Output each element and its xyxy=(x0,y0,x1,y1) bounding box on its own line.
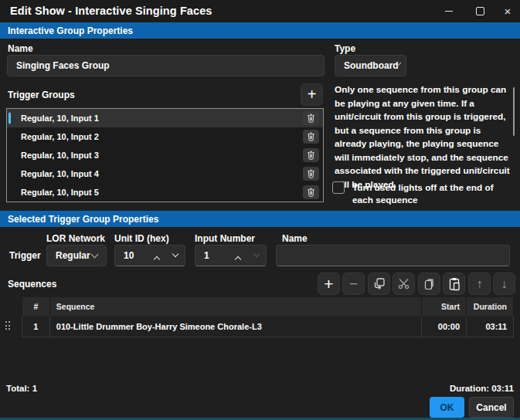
input-number-decrement-icon[interactable] xyxy=(253,251,260,257)
trash-icon xyxy=(307,113,315,123)
input-number-label: Input Number xyxy=(195,233,255,244)
trigger-group-item[interactable]: Regular, 10, Input 4 xyxy=(7,164,323,183)
duration-total-label: Duration: 03:11 xyxy=(450,384,514,393)
ok-button-label: OK xyxy=(440,402,454,413)
group-name-value: Singing Faces Group xyxy=(16,60,110,71)
row-drag-handle-icon[interactable] xyxy=(5,321,12,332)
ok-button[interactable]: OK xyxy=(430,397,464,418)
maximize-button[interactable] xyxy=(464,0,495,22)
scissors-icon xyxy=(398,278,410,290)
minimize-icon xyxy=(445,11,453,12)
paste-sequence-button[interactable] xyxy=(443,273,465,295)
maximize-icon xyxy=(476,7,484,15)
trash-icon xyxy=(307,151,315,160)
column-header-number: # xyxy=(22,297,49,316)
cut-sequence-button[interactable] xyxy=(393,273,415,295)
input-number-stepper[interactable]: 1 xyxy=(195,245,267,266)
trigger-name-input[interactable] xyxy=(276,245,510,266)
sequence-start: 00:00 xyxy=(421,316,466,337)
column-header-start: Start xyxy=(421,297,466,316)
close-icon: × xyxy=(505,5,512,17)
selection-accent-bar xyxy=(8,113,11,124)
trigger-group-item[interactable]: Regular, 10, Input 2 xyxy=(7,127,323,146)
group-name-input[interactable]: Singing Faces Group xyxy=(7,55,325,76)
trash-icon xyxy=(307,188,315,197)
trigger-name-label: Name xyxy=(282,233,308,244)
total-label: Total: 1 xyxy=(6,384,37,393)
trigger-group-item[interactable]: Regular, 10, Input 5 xyxy=(7,183,323,202)
trigger-groups-label: Trigger Groups xyxy=(8,90,75,100)
lights-off-checkbox[interactable] xyxy=(332,181,345,194)
sequence-table-row[interactable]: 1 010-Little Drummer Boy-Harry Simeone C… xyxy=(22,316,514,337)
trigger-group-label: Regular, 10, Input 1 xyxy=(21,113,99,123)
unit-id-decrement-icon[interactable] xyxy=(172,251,178,257)
lor-network-dropdown[interactable]: Regular xyxy=(46,245,107,266)
chevron-down-icon xyxy=(91,251,99,259)
minimize-button[interactable] xyxy=(433,0,464,22)
group-info-text: Only one sequence from this group can be… xyxy=(335,83,512,191)
trigger-group-label: Regular, 10, Input 3 xyxy=(21,151,99,160)
paste-icon xyxy=(448,277,461,291)
name-label: Name xyxy=(8,43,33,54)
title-bar: Edit Show - Interactive Singing Faces × xyxy=(0,0,520,22)
plus-icon: + xyxy=(324,275,333,293)
arrow-up-icon: ↑ xyxy=(477,277,483,291)
trigger-group-label: Regular, 10, Input 5 xyxy=(21,188,99,197)
selected-trigger-header-label: Selected Trigger Group Properties xyxy=(8,214,158,225)
trigger-group-item[interactable]: Regular, 10, Input 1 xyxy=(7,109,323,127)
trigger-group-item[interactable]: Regular, 10, Input 3 xyxy=(7,146,323,164)
group-properties-header: Interactive Group Properties xyxy=(0,22,520,39)
cancel-button-label: Cancel xyxy=(476,402,506,413)
cancel-button[interactable]: Cancel xyxy=(469,397,514,418)
copy-icon xyxy=(423,278,435,290)
arrow-down-icon: ↓ xyxy=(501,277,508,291)
remove-sequence-button[interactable]: − xyxy=(342,273,365,295)
add-trigger-group-button[interactable]: + xyxy=(301,83,323,106)
duplicate-icon xyxy=(372,277,386,290)
sequence-number: 1 xyxy=(22,316,49,337)
minus-icon: − xyxy=(349,276,358,293)
delete-trigger-group-button[interactable] xyxy=(303,148,319,162)
sequence-name: 010-Little Drummer Boy-Harry Simeone Cho… xyxy=(49,316,421,337)
duplicate-sequence-button[interactable] xyxy=(368,273,390,295)
trigger-group-label: Regular, 10, Input 4 xyxy=(21,169,99,178)
trigger-group-label: Regular, 10, Input 2 xyxy=(21,132,99,141)
sequence-duration: 03:11 xyxy=(466,316,514,337)
move-sequence-up-button[interactable]: ↑ xyxy=(468,273,491,295)
unit-id-value: 10 xyxy=(124,250,134,261)
delete-trigger-group-button[interactable] xyxy=(303,130,319,144)
column-header-sequence: Sequence xyxy=(49,297,421,316)
selected-trigger-header: Selected Trigger Group Properties xyxy=(0,211,520,227)
delete-trigger-group-button[interactable] xyxy=(303,185,319,199)
trigger-groups-list: Regular, 10, Input 1 Regular, 10, Input … xyxy=(6,108,324,202)
unit-id-label: Unit ID (hex) xyxy=(114,233,169,244)
lor-network-value: Regular xyxy=(56,250,90,261)
info-scrollbar[interactable] xyxy=(513,87,515,136)
unit-id-increment-icon[interactable] xyxy=(154,256,160,262)
move-sequence-down-button[interactable]: ↓ xyxy=(493,273,515,295)
edit-show-dialog: Edit Show - Interactive Singing Faces × … xyxy=(0,0,520,420)
unit-id-stepper[interactable]: 10 xyxy=(114,245,185,266)
type-label: Type xyxy=(335,43,355,54)
trash-icon xyxy=(307,132,315,141)
lights-off-checkbox-label[interactable]: Turn used lights off at the end of each … xyxy=(352,181,513,206)
column-header-duration: Duration xyxy=(466,297,514,316)
input-number-increment-icon[interactable] xyxy=(235,256,241,262)
window-title: Edit Show - Interactive Singing Faces xyxy=(10,5,212,17)
type-value: Soundboard xyxy=(344,60,399,71)
trash-icon xyxy=(307,169,315,178)
input-number-value: 1 xyxy=(204,250,209,261)
sequences-table-header: # Sequence Start Duration xyxy=(22,297,514,316)
sequences-label: Sequences xyxy=(8,279,56,290)
trigger-row-label: Trigger xyxy=(9,250,41,261)
lor-network-label: LOR Network xyxy=(46,233,105,244)
add-sequence-button[interactable]: + xyxy=(318,273,340,295)
delete-trigger-group-button[interactable] xyxy=(303,167,319,181)
plus-icon: + xyxy=(308,86,317,103)
copy-sequence-button[interactable] xyxy=(418,273,440,295)
group-properties-header-label: Interactive Group Properties xyxy=(8,25,133,36)
close-button[interactable]: × xyxy=(495,0,520,22)
delete-trigger-group-button[interactable] xyxy=(303,111,319,125)
type-dropdown[interactable]: Soundboard xyxy=(335,55,406,76)
